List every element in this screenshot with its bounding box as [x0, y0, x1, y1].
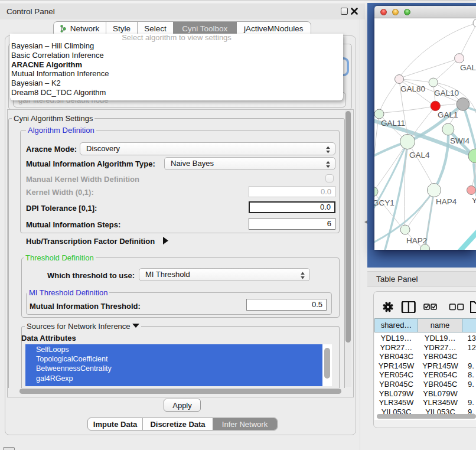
- svg-text:Y: Y: [472, 196, 476, 205]
- svg-text:HAP2: HAP2: [406, 236, 427, 245]
- svg-text:HAP4: HAP4: [436, 197, 457, 206]
- svg-text:GCY1: GCY1: [374, 198, 395, 207]
- svg-text:GAL7: GAL7: [460, 63, 476, 72]
- svg-text:GAL1: GAL1: [438, 110, 458, 119]
- svg-text:GAL80: GAL80: [400, 84, 425, 93]
- svg-text:GAL10: GAL10: [434, 89, 459, 97]
- svg-text:GAL11: GAL11: [381, 119, 405, 128]
- svg-text:GAL4: GAL4: [409, 151, 430, 159]
- svg-text:SWI4: SWI4: [450, 136, 470, 145]
